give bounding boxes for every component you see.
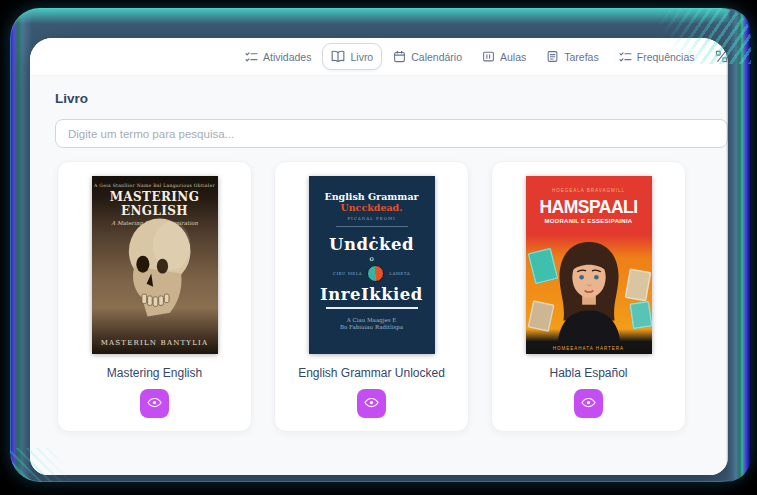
- cover-footer: HOMEEAHATA HARTERA: [526, 346, 652, 351]
- cover-word-3: InreIkkied: [309, 285, 435, 304]
- tab-tarefas[interactable]: Tarefas: [537, 43, 607, 70]
- eye-icon: [364, 395, 379, 413]
- tab-label: Calendário: [411, 51, 462, 63]
- page-title: Livro: [55, 91, 728, 106]
- cover-tagline: A Geia Stanllier Name Bal Langurious Obt…: [92, 176, 218, 188]
- cover-author: MASTERILN BANTYLIA: [92, 339, 218, 347]
- view-book-button[interactable]: [574, 389, 603, 418]
- cover-tagline: HOEGEALA BRAVAGMILL: [526, 176, 652, 193]
- tab-calendario[interactable]: Calendário: [384, 43, 471, 70]
- cover-side-left: CIRU MELA: [333, 271, 362, 276]
- cover-footer-2: Bo Fabiuiau Raditlispa: [309, 324, 435, 330]
- book-title: Habla Español: [549, 366, 627, 380]
- calendar-icon: [393, 50, 406, 63]
- cover-header: English Grammar: [309, 176, 435, 202]
- tab-frequencias[interactable]: Frequências: [610, 44, 704, 70]
- book-cover-english-grammar-unlocked: English Grammar Uncckdead. PICANAL FEOMI…: [309, 176, 435, 354]
- tab-label: Tarefas: [564, 51, 598, 63]
- cover-underline: [326, 307, 418, 309]
- book-card-mastering-english: A Geia Stanllier Name Bal Langurious Obt…: [57, 161, 252, 432]
- tab-aulas[interactable]: Aulas: [473, 43, 535, 70]
- cover-divider: [336, 226, 408, 227]
- book-card-english-grammar-unlocked: English Grammar Uncckdead. PICANAL FEOMI…: [274, 161, 469, 432]
- book-title: Mastering English: [107, 366, 202, 380]
- book-cover-habla-espanol: HOEGEALA BRAVAGMILL HAMSPAALI MODRANIL E…: [526, 176, 652, 354]
- search-input[interactable]: [55, 119, 728, 148]
- cover-small-text: PICANAL FEOMI: [309, 216, 435, 221]
- tab-label: Livro: [350, 51, 373, 63]
- cover-footer-1: A Ciau Maagjes E: [309, 317, 435, 323]
- cover-word-1: Undċked: [309, 235, 435, 254]
- tab-livro[interactable]: Livro: [322, 43, 382, 70]
- view-book-button[interactable]: [357, 389, 386, 418]
- tab-label: Atividades: [263, 51, 311, 63]
- clipboard-list-icon: [546, 50, 559, 63]
- tab-label: Frequências: [637, 51, 695, 63]
- book-cover-mastering-english: A Geia Stanllier Name Bal Langurious Obt…: [92, 176, 218, 354]
- cover-header-accent: Uncckdead.: [309, 202, 435, 213]
- chalkboard-icon: [482, 50, 495, 63]
- cover-emblem-row: CIRU MELA LAMETA: [309, 265, 435, 282]
- view-book-button[interactable]: [140, 389, 169, 418]
- cover-word-2: o: [309, 255, 435, 263]
- cover-title: HAMSPAALI: [526, 199, 652, 217]
- cover-subtitle: MODRANIL E ESSESIPAINIA: [526, 218, 652, 224]
- globe-emblem: [367, 265, 384, 282]
- tab-atividades[interactable]: Atividades: [236, 44, 320, 70]
- woman-portrait-illustration: [539, 236, 639, 348]
- tab-bar: Atividades Livro Calendário Aulas Tarefa: [30, 38, 728, 76]
- eye-icon: [147, 395, 162, 413]
- cover-side-right: LAMETA: [389, 271, 410, 276]
- list-check-icon: [245, 51, 258, 63]
- book-card-habla-espanol: HOEGEALA BRAVAGMILL HAMSPAALI MODRANIL E…: [491, 161, 686, 432]
- app-window: Atividades Livro Calendário Aulas Tarefa: [30, 38, 728, 475]
- list-check-icon: [619, 51, 632, 63]
- eye-icon: [581, 395, 596, 413]
- livro-page: Livro A Geia Stanllier Name Bal Langurio…: [30, 76, 728, 475]
- book-title: English Grammar Unlocked: [298, 366, 445, 380]
- book-card-list: A Geia Stanllier Name Bal Langurious Obt…: [57, 161, 728, 432]
- skull-illustration: [106, 212, 204, 328]
- frame-right-edge: [726, 8, 751, 482]
- tab-label: Aulas: [500, 51, 526, 63]
- book-icon: [331, 50, 345, 63]
